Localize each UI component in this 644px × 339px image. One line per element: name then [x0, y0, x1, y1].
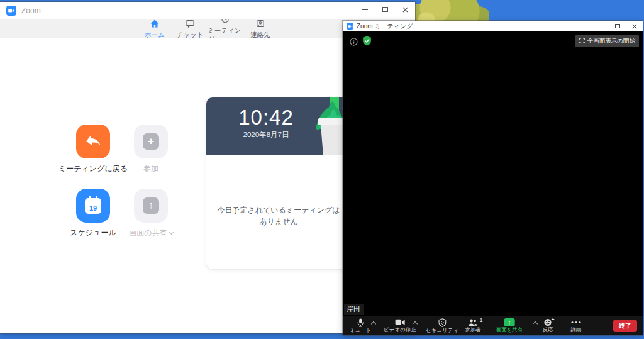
tab-meetings[interactable]: ミーティング — [208, 19, 243, 38]
tab-home[interactable]: ホーム — [137, 19, 172, 38]
clock-time: 10:42 — [206, 106, 326, 130]
share-screen-icon: ↑ — [504, 318, 514, 326]
share-up-arrow-icon: ↑ — [143, 197, 159, 214]
meeting-window-controls — [592, 21, 643, 31]
participants-icon: 1 — [469, 318, 478, 326]
zoom-meeting-window: Zoom ミーティング 全画面表示の開始 岸田 — [343, 21, 643, 335]
share-screen-button[interactable]: ↑ 画面を共有 — [496, 316, 523, 335]
minimize-button[interactable] — [355, 2, 375, 17]
participant-count-badge: 1 — [480, 317, 483, 323]
share-options-chevron-icon[interactable] — [533, 321, 538, 326]
encryption-shield-icon[interactable] — [362, 36, 372, 48]
home-title-bar: Zoom — [0, 2, 415, 19]
schedule-button[interactable]: 19 — [76, 189, 110, 223]
plus-icon: + — [143, 133, 159, 150]
stop-video-button[interactable]: ビデオの停止 — [384, 316, 416, 335]
contact-card-icon — [256, 19, 265, 30]
join-button[interactable]: + — [134, 125, 168, 158]
no-meetings-message: 今日予定されているミーティングはありません — [206, 204, 351, 227]
chevron-down-icon[interactable] — [169, 230, 174, 235]
chat-bubble-icon — [186, 19, 194, 30]
maximize-button[interactable] — [375, 2, 395, 17]
end-meeting-button[interactable]: 終了 — [613, 320, 637, 332]
tab-contacts[interactable]: 連絡先 — [243, 19, 278, 38]
desktop-wallpaper-flower — [409, 0, 489, 21]
security-shield-icon — [438, 318, 446, 327]
participant-name-tag: 岸田 — [344, 304, 364, 315]
return-arrow-icon — [83, 130, 103, 153]
mute-options-chevron-icon[interactable] — [371, 321, 376, 326]
meeting-window-title: Zoom ミーティング — [357, 22, 413, 31]
fullscreen-button[interactable]: 全画面表示の開始 — [575, 35, 639, 47]
calendar-icon: 19 — [85, 198, 101, 214]
return-to-meeting-button[interactable] — [76, 125, 110, 158]
join-label: 参加 — [110, 164, 192, 174]
reactions-button[interactable]: + 反応 — [543, 316, 553, 335]
more-dots-icon — [572, 318, 581, 326]
more-button[interactable]: 詳細 — [571, 316, 582, 335]
meetings-card-header: 10:42 2020年8月7日 — [206, 97, 351, 155]
maximize-button[interactable] — [609, 21, 626, 31]
home-window-title: Zoom — [21, 6, 41, 15]
meeting-title-bar: Zoom ミーティング — [343, 21, 643, 31]
info-icon[interactable] — [350, 37, 358, 48]
home-window-controls — [355, 2, 415, 17]
video-camera-icon — [395, 318, 405, 326]
clock-date: 2020年8月7日 — [206, 130, 326, 140]
meeting-toolbar: ミュート ビデオの停止 セキュリティ 1 参加者 — [343, 316, 643, 335]
microphone-icon — [356, 318, 364, 327]
security-button[interactable]: セキュリティ — [426, 316, 458, 335]
close-button[interactable] — [626, 21, 643, 31]
fullscreen-brackets-icon — [579, 38, 585, 45]
video-area: 全画面表示の開始 岸田 — [343, 31, 643, 316]
meetings-card: 10:42 2020年8月7日 — [206, 97, 351, 269]
meetings-card-body: 今日予定されているミーティングはありません — [206, 155, 351, 269]
mute-button[interactable]: ミュート — [350, 316, 372, 335]
minimize-button[interactable] — [592, 21, 609, 31]
participants-button[interactable]: 1 参加者 — [465, 316, 481, 335]
zoom-app-icon — [347, 23, 353, 30]
zoom-app-icon — [6, 6, 16, 16]
share-screen-label: 画面の共有 — [110, 228, 192, 238]
tab-chat[interactable]: チャット — [172, 19, 208, 38]
home-icon — [150, 19, 159, 30]
close-button[interactable] — [395, 2, 415, 17]
share-screen-button[interactable]: ↑ — [134, 189, 168, 223]
reactions-smiley-icon: + — [544, 318, 552, 326]
